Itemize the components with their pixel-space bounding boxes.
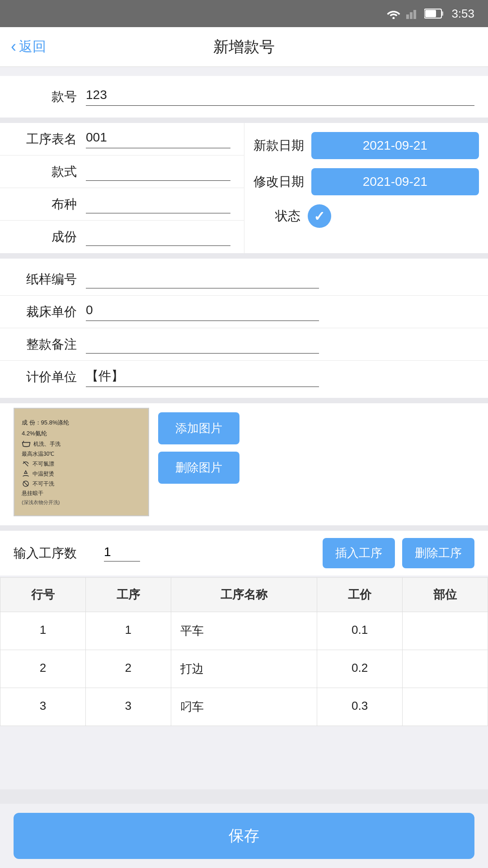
delete-image-button[interactable]: 删除图片: [158, 452, 239, 484]
col-price: 工价: [317, 578, 403, 612]
cell-process: 1: [85, 612, 171, 650]
cell-lineno: 3: [0, 688, 86, 726]
page-title: 新增款号: [213, 37, 275, 57]
beizhu-label: 整款备注: [14, 336, 86, 353]
cell-process: 2: [85, 650, 171, 688]
cell-department: [403, 688, 488, 726]
xinkuan-row: 新款日期 2021-09-21: [244, 127, 488, 164]
gongxu-value[interactable]: 001: [86, 130, 230, 148]
chengfen-label: 成份: [14, 228, 86, 245]
process-input-section: 输入工序数 插入工序 删除工序: [0, 531, 488, 576]
add-image-button[interactable]: 添加图片: [158, 412, 239, 444]
image-section: 成 份：95.8%涤纶 4.2%氨纶 机洗、手洗 最高水温30℃ 不可氯漂 中温…: [0, 403, 488, 525]
cell-lineno: 2: [0, 650, 86, 688]
process-action-buttons: 插入工序 删除工序: [323, 538, 474, 568]
zhiyang-row: 纸样编号: [0, 263, 488, 296]
status-icons: [386, 8, 444, 19]
delete-process-button[interactable]: 删除工序: [402, 538, 474, 568]
gongxu-label: 工序表名: [14, 131, 86, 148]
save-button[interactable]: 保存: [14, 813, 474, 859]
caichuang-label: 裁床单价: [14, 303, 86, 321]
beizhu-value[interactable]: [86, 335, 319, 354]
cell-lineno: 1: [0, 612, 86, 650]
image-buttons: 添加图片 删除图片: [158, 408, 474, 484]
two-col-section: 工序表名 001 款式 布种 成份 新款日期 2021-09-21 修改日: [0, 123, 488, 253]
zhuangtai-row: 状态: [244, 200, 488, 232]
care-line7: 不可干洗: [33, 480, 54, 488]
cell-processname: 叼车: [171, 688, 317, 726]
zhiyang-label: 纸样编号: [14, 271, 86, 288]
wifi-icon: [386, 8, 401, 19]
kuanshi-label: 款式: [14, 163, 86, 180]
save-section: 保存: [0, 804, 488, 868]
process-table: 行号 工序 工序名称 工价 部位 1 1 平车 0.1 2 2 打边 0.2 3…: [0, 577, 488, 726]
kuanshi-value[interactable]: [86, 163, 230, 181]
caichuang-value[interactable]: 0: [86, 303, 319, 321]
col-lineno: 行号: [0, 578, 86, 612]
cell-department: [403, 650, 488, 688]
buzhong-row: 布种: [0, 188, 244, 221]
col-processname: 工序名称: [171, 578, 317, 612]
kuanshi-row: 款式: [0, 156, 244, 188]
caichuang-row: 裁床单价 0: [0, 296, 488, 328]
svg-rect-2: [410, 12, 413, 19]
table-row[interactable]: 2 2 打边 0.2: [0, 650, 488, 688]
care-line8: 悬挂晾干: [22, 490, 43, 497]
svg-line-9: [23, 481, 28, 486]
gongxu-row: 工序表名 001: [0, 123, 244, 156]
chengfen-value[interactable]: [86, 228, 230, 246]
cell-processname: 打边: [171, 650, 317, 688]
signal-icon: [406, 8, 419, 19]
col-process: 工序: [85, 578, 171, 612]
zhiyang-value[interactable]: [86, 270, 319, 288]
svg-rect-1: [406, 14, 409, 19]
table-row[interactable]: 1 1 平车 0.1: [0, 612, 488, 650]
svg-point-0: [393, 17, 395, 19]
kuanhao-value[interactable]: 123: [86, 88, 474, 106]
xiugai-date-btn[interactable]: 2021-09-21: [311, 168, 479, 195]
xiugai-row: 修改日期 2021-09-21: [244, 164, 488, 200]
buzhong-label: 布种: [14, 196, 86, 213]
status-check-icon[interactable]: [308, 204, 331, 228]
back-arrow-icon: ‹: [11, 37, 16, 56]
jiaji-label: 计价单位: [14, 368, 86, 386]
xinkuan-date-btn[interactable]: 2021-09-21: [311, 132, 479, 159]
process-table-body: 1 1 平车 0.1 2 2 打边 0.2 3 3 叼车 0.3: [0, 612, 488, 726]
insert-process-button[interactable]: 插入工序: [323, 538, 395, 568]
cell-price: 0.1: [317, 612, 403, 650]
svg-rect-3: [413, 10, 416, 19]
svg-rect-6: [425, 10, 436, 17]
buzhong-value[interactable]: [86, 195, 230, 213]
chengfen-row: 成份: [0, 221, 244, 253]
col-department: 部位: [403, 578, 488, 612]
xiugai-label: 修改日期: [253, 173, 311, 190]
table-header-row: 行号 工序 工序名称 工价 部位: [0, 578, 488, 612]
xinkuan-label: 新款日期: [253, 137, 311, 154]
top-nav: ‹ 返回 新增款号: [0, 27, 488, 67]
back-button[interactable]: ‹ 返回: [11, 38, 46, 56]
care-line4: 最高水温30℃: [22, 450, 54, 458]
kuanhao-label: 款号: [14, 88, 86, 105]
back-label: 返回: [19, 38, 46, 56]
form-content: 款号 123 工序表名 001 款式 布种 成份: [0, 67, 488, 789]
status-bar: 3:53: [0, 0, 488, 27]
jiaji-value[interactable]: 【件】: [86, 368, 319, 387]
care-line2: 4.2%氨纶: [22, 429, 47, 438]
image-preview: 成 份：95.8%涤纶 4.2%氨纶 机洗、手洗 最高水温30℃ 不可氯漂 中温…: [14, 408, 149, 516]
beizhu-row: 整款备注: [0, 328, 488, 361]
kuanhao-row: 款号 123: [0, 80, 488, 113]
jiaji-row: 计价单位 【件】: [0, 361, 488, 393]
gongxushu-input[interactable]: [104, 545, 140, 561]
status-time: 3:53: [451, 7, 474, 21]
battery-icon: [424, 8, 444, 19]
care-line9: (深浅衣物分开洗): [22, 499, 60, 506]
zhuangtai-label: 状态: [253, 208, 308, 225]
care-line6: 中温熨烫: [33, 470, 54, 478]
kuanhao-section: 款号 123: [0, 76, 488, 118]
table-row[interactable]: 3 3 叼车 0.3: [0, 688, 488, 726]
care-line3: 机洗、手洗: [33, 440, 61, 448]
cell-price: 0.2: [317, 650, 403, 688]
care-line5: 不可氯漂: [33, 460, 54, 468]
process-table-section: 行号 工序 工序名称 工价 部位 1 1 平车 0.1 2 2 打边 0.2 3…: [0, 577, 488, 726]
cell-department: [403, 612, 488, 650]
